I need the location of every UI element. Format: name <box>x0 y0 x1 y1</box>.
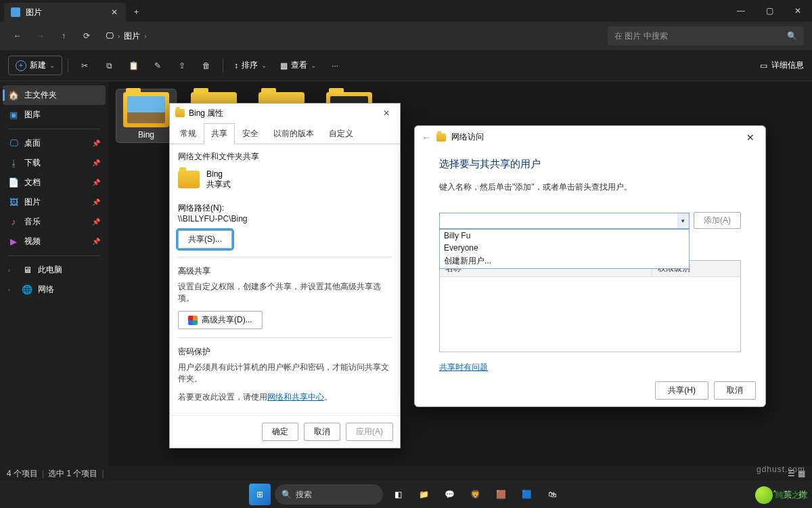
pin-icon: 📌 <box>92 159 100 167</box>
close-dialog-button[interactable]: ✕ <box>378 108 394 118</box>
explorer-icon[interactable]: 📁 <box>413 484 434 505</box>
combo-option[interactable]: Billy Fu <box>440 230 689 242</box>
pin-icon: 📌 <box>92 179 100 186</box>
net-dialog-header: ← 网络访问 ✕ <box>415 126 765 148</box>
minimize-button[interactable]: — <box>727 0 755 22</box>
forward-button[interactable]: → <box>31 26 50 45</box>
edge-icon[interactable]: 🟦 <box>516 484 537 505</box>
chat-icon[interactable]: 💬 <box>438 484 460 505</box>
sort-icon: ↕ <box>234 61 238 70</box>
tab-previous[interactable]: 以前的版本 <box>266 123 321 144</box>
paste-button[interactable]: 📋 <box>122 55 144 77</box>
add-button[interactable]: 添加(A) <box>694 212 741 229</box>
close-tab-icon[interactable]: ✕ <box>110 7 119 17</box>
search-icon: 🔍 <box>281 490 292 499</box>
user-combobox[interactable]: ▾ Billy Fu Everyone 创建新用户... <box>439 213 690 229</box>
search-box[interactable]: 在 图片 中搜索 🔍 <box>608 26 804 45</box>
apply-button[interactable]: 应用(A) <box>346 423 393 441</box>
breadcrumb-current[interactable]: 图片 <box>124 30 140 42</box>
tab-security[interactable]: 安全 <box>235 123 266 144</box>
close-window-button[interactable]: ✕ <box>784 0 812 22</box>
sidebar-item-pictures[interactable]: 🖼图片📌 <box>3 192 106 212</box>
advanced-text: 设置自定义权限，创建多个共享，并设置其他高级共享选项。 <box>178 281 392 304</box>
sidebar-item-music[interactable]: ♪音乐📌 <box>3 212 106 232</box>
sort-button[interactable]: ↕ 排序 ⌄ <box>229 56 272 75</box>
start-button[interactable]: ⊞ <box>249 484 271 505</box>
monitor-icon: 🖵 <box>106 31 114 41</box>
breadcrumb[interactable]: 🖵 › 图片 › <box>106 30 147 42</box>
delete-button[interactable]: 🗑 <box>196 55 217 77</box>
user-input[interactable] <box>439 213 690 229</box>
rename-button[interactable]: ✎ <box>147 55 168 77</box>
back-button[interactable]: ← <box>8 26 27 45</box>
sidebar: 🏠主文件夹 ▣图库 🖵桌面📌 ⭳下载📌 📄文档📌 🖼图片📌 ♪音乐📌 ▶视频📌 … <box>0 81 108 493</box>
video-icon: ▶ <box>8 236 19 247</box>
pin-icon: 📌 <box>92 238 100 245</box>
folder-bing[interactable]: Bing <box>116 89 176 142</box>
app-icon[interactable]: 🟫 <box>490 484 512 505</box>
net-hint: 键入名称，然后单击"添加"，或者单击箭头查找用户。 <box>439 182 741 193</box>
cancel-button[interactable]: 取消 <box>714 381 756 400</box>
app-icon[interactable]: 🦁 <box>464 484 486 505</box>
details-toggle[interactable]: ▭ 详细信息 <box>760 60 804 71</box>
advanced-share-button[interactable]: 高级共享(D)... <box>178 311 263 329</box>
maximize-button[interactable]: ▢ <box>755 0 784 22</box>
share-button[interactable]: ⇪ <box>171 55 193 77</box>
sidebar-item-gallery[interactable]: ▣图库 <box>3 105 106 125</box>
more-button[interactable]: ··· <box>324 55 346 77</box>
view-button[interactable]: ▦ 查看 ⌄ <box>275 56 321 75</box>
download-icon: ⭳ <box>8 158 19 169</box>
ok-button[interactable]: 确定 <box>262 423 298 441</box>
store-icon[interactable]: 🛍 <box>541 484 563 505</box>
sidebar-item-thispc[interactable]: ›🖥此电脑 <box>3 260 106 280</box>
details-icon: ▭ <box>760 61 767 70</box>
pictures-icon: 🖼 <box>8 197 19 208</box>
share-button[interactable]: 共享(S)... <box>178 230 232 249</box>
chevron-down-icon[interactable]: ▾ <box>677 213 690 229</box>
dialog-titlebar[interactable]: Bing 属性 ✕ <box>170 104 400 123</box>
sidebar-item-videos[interactable]: ▶视频📌 <box>3 232 106 251</box>
copy-button[interactable]: ⧉ <box>98 55 120 77</box>
new-tab-button[interactable]: + <box>126 3 147 22</box>
sidebar-item-documents[interactable]: 📄文档📌 <box>3 173 106 192</box>
tab-custom[interactable]: 自定义 <box>321 123 361 144</box>
net-breadcrumb: 网络访问 <box>451 131 484 143</box>
task-view-icon[interactable]: ◧ <box>387 484 409 505</box>
help-link[interactable]: 共享时有问题 <box>439 362 488 373</box>
back-icon[interactable]: ← <box>422 132 431 143</box>
pin-icon: 📌 <box>92 198 100 206</box>
netpath-label: 网络路径(N): <box>178 203 392 214</box>
combo-option[interactable]: Everyone <box>440 242 689 254</box>
network-center-link[interactable]: 网络和共享中心 <box>267 392 324 402</box>
combo-option[interactable]: 创建新用户... <box>440 254 689 268</box>
share-confirm-button[interactable]: 共享(H) <box>655 381 708 400</box>
sidebar-item-network[interactable]: ›🌐网络 <box>3 280 106 299</box>
section-password: 密码保护 <box>178 346 392 358</box>
tab-share[interactable]: 共享 <box>204 123 235 144</box>
cut-button[interactable]: ✂ <box>74 55 95 77</box>
pictures-tab-icon <box>11 7 20 17</box>
home-icon: 🏠 <box>8 90 19 101</box>
shield-icon <box>188 316 198 325</box>
cancel-button[interactable]: 取消 <box>304 423 340 441</box>
sidebar-item-downloads[interactable]: ⭳下载📌 <box>3 153 106 173</box>
search-placeholder: 在 图片 中搜索 <box>614 30 668 42</box>
new-button[interactable]: + 新建 ⌄ <box>8 56 62 75</box>
window-controls: — ▢ ✕ <box>727 0 812 22</box>
chevron-right-icon: › <box>8 287 16 293</box>
sidebar-item-desktop[interactable]: 🖵桌面📌 <box>3 133 106 153</box>
statusbar: 4 个项目 | 选中 1 个项目 | ☰ ▦ <box>0 466 812 481</box>
pw-text1: 用户必须具有此计算机的用户帐户和密码，才能访问共享文件夹。 <box>178 362 392 385</box>
refresh-button[interactable]: ⟳ <box>77 26 96 45</box>
up-button[interactable]: ↑ <box>54 26 73 45</box>
sidebar-item-home[interactable]: 🏠主文件夹 <box>3 85 106 105</box>
close-dialog-button[interactable]: ✕ <box>742 132 759 143</box>
plus-icon: + <box>16 60 26 71</box>
tab-pictures[interactable]: 图片 ✕ <box>4 3 126 22</box>
taskbar-search[interactable]: 🔍搜索 <box>275 484 383 505</box>
selection-count: 选中 1 个项目 <box>48 468 97 480</box>
tab-general[interactable]: 常规 <box>173 123 204 144</box>
chevron-right-icon: › <box>118 33 120 40</box>
navbar: ← → ↑ ⟳ 🖵 › 图片 › 在 图片 中搜索 🔍 <box>0 22 812 50</box>
dialog-body: 网络文件和文件夹共享 Bing 共享式 网络路径(N): \\BILLYFU-P… <box>170 144 400 415</box>
